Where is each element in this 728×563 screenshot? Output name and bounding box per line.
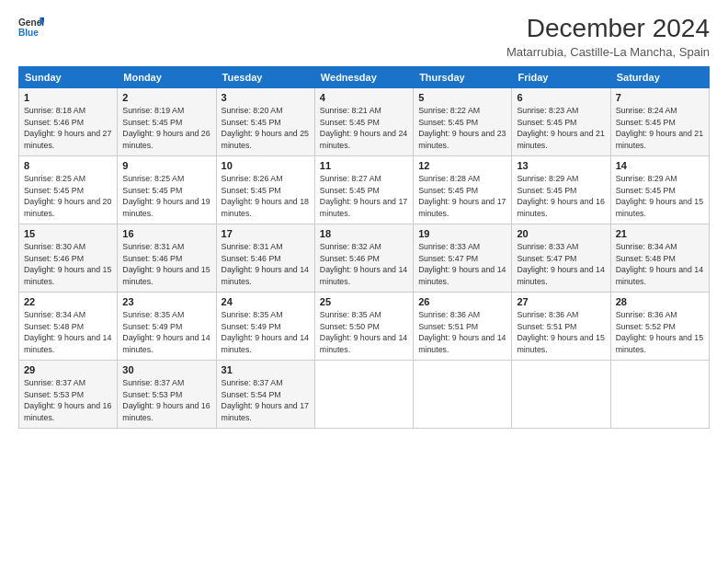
calendar-cell — [414, 360, 512, 428]
calendar-cell: 19Sunrise: 8:33 AMSunset: 5:47 PMDayligh… — [414, 224, 512, 292]
col-wednesday: Wednesday — [314, 66, 413, 87]
calendar-cell: 21Sunrise: 8:34 AMSunset: 5:48 PMDayligh… — [610, 224, 709, 292]
calendar-cell: 27Sunrise: 8:36 AMSunset: 5:51 PMDayligh… — [512, 292, 610, 360]
day-info: Sunrise: 8:37 AMSunset: 5:53 PMDaylight:… — [122, 377, 210, 424]
day-info: Sunrise: 8:33 AMSunset: 5:47 PMDaylight:… — [418, 241, 506, 288]
day-number: 5 — [418, 92, 506, 103]
day-info: Sunrise: 8:29 AMSunset: 5:45 PMDaylight:… — [517, 173, 605, 220]
day-number: 22 — [24, 296, 112, 307]
calendar-week-2: 8Sunrise: 8:25 AMSunset: 5:45 PMDaylight… — [19, 155, 710, 224]
day-number: 20 — [517, 228, 605, 239]
calendar-cell: 13Sunrise: 8:29 AMSunset: 5:45 PMDayligh… — [512, 155, 610, 224]
day-info: Sunrise: 8:35 AMSunset: 5:49 PMDaylight:… — [222, 309, 310, 356]
day-info: Sunrise: 8:19 AMSunset: 5:45 PMDaylight:… — [122, 105, 210, 152]
day-number: 17 — [222, 228, 310, 239]
day-info: Sunrise: 8:22 AMSunset: 5:45 PMDaylight:… — [418, 105, 506, 152]
calendar-cell: 16Sunrise: 8:31 AMSunset: 5:46 PMDayligh… — [118, 224, 216, 292]
day-info: Sunrise: 8:26 AMSunset: 5:45 PMDaylight:… — [222, 173, 310, 220]
day-info: Sunrise: 8:27 AMSunset: 5:45 PMDaylight:… — [320, 173, 408, 220]
calendar-cell: 2Sunrise: 8:19 AMSunset: 5:45 PMDaylight… — [118, 87, 216, 155]
col-monday: Monday — [118, 66, 216, 87]
day-info: Sunrise: 8:24 AMSunset: 5:45 PMDaylight:… — [616, 105, 704, 152]
day-number: 9 — [122, 160, 210, 171]
calendar-cell: 26Sunrise: 8:36 AMSunset: 5:51 PMDayligh… — [414, 292, 512, 360]
calendar-cell: 22Sunrise: 8:34 AMSunset: 5:48 PMDayligh… — [19, 292, 118, 360]
header: General Blue December 2024 Matarrubia, C… — [18, 15, 710, 59]
day-info: Sunrise: 8:29 AMSunset: 5:45 PMDaylight:… — [616, 173, 704, 220]
calendar-cell: 20Sunrise: 8:33 AMSunset: 5:47 PMDayligh… — [512, 224, 610, 292]
calendar-cell: 17Sunrise: 8:31 AMSunset: 5:46 PMDayligh… — [216, 224, 314, 292]
calendar-cell: 7Sunrise: 8:24 AMSunset: 5:45 PMDaylight… — [610, 87, 709, 155]
location: Matarrubia, Castille-La Mancha, Spain — [506, 45, 710, 59]
day-info: Sunrise: 8:34 AMSunset: 5:48 PMDaylight:… — [24, 309, 112, 356]
day-number: 6 — [517, 92, 605, 103]
day-info: Sunrise: 8:36 AMSunset: 5:51 PMDaylight:… — [418, 309, 506, 356]
col-thursday: Thursday — [414, 66, 512, 87]
calendar-week-3: 15Sunrise: 8:30 AMSunset: 5:46 PMDayligh… — [19, 224, 710, 292]
day-number: 8 — [24, 160, 112, 171]
day-info: Sunrise: 8:25 AMSunset: 5:45 PMDaylight:… — [24, 173, 112, 220]
calendar-cell: 31Sunrise: 8:37 AMSunset: 5:54 PMDayligh… — [216, 360, 314, 428]
day-info: Sunrise: 8:18 AMSunset: 5:46 PMDaylight:… — [24, 105, 112, 152]
day-number: 13 — [517, 160, 605, 171]
day-info: Sunrise: 8:30 AMSunset: 5:46 PMDaylight:… — [24, 241, 112, 288]
calendar-cell: 24Sunrise: 8:35 AMSunset: 5:49 PMDayligh… — [216, 292, 314, 360]
day-number: 14 — [616, 160, 704, 171]
day-number: 12 — [418, 160, 506, 171]
day-info: Sunrise: 8:20 AMSunset: 5:45 PMDaylight:… — [222, 105, 310, 152]
calendar-cell: 18Sunrise: 8:32 AMSunset: 5:46 PMDayligh… — [314, 224, 413, 292]
calendar-cell: 6Sunrise: 8:23 AMSunset: 5:45 PMDaylight… — [512, 87, 610, 155]
day-number: 15 — [24, 228, 112, 239]
calendar-cell: 10Sunrise: 8:26 AMSunset: 5:45 PMDayligh… — [216, 155, 314, 224]
logo: General Blue — [18, 15, 44, 40]
day-number: 7 — [616, 92, 704, 103]
calendar-cell: 28Sunrise: 8:36 AMSunset: 5:52 PMDayligh… — [610, 292, 709, 360]
day-number: 1 — [24, 92, 112, 103]
day-info: Sunrise: 8:32 AMSunset: 5:46 PMDaylight:… — [320, 241, 408, 288]
calendar-cell: 11Sunrise: 8:27 AMSunset: 5:45 PMDayligh… — [314, 155, 413, 224]
day-info: Sunrise: 8:21 AMSunset: 5:45 PMDaylight:… — [320, 105, 408, 152]
calendar-week-1: 1Sunrise: 8:18 AMSunset: 5:46 PMDaylight… — [19, 87, 710, 155]
day-number: 26 — [418, 296, 506, 307]
calendar-cell: 23Sunrise: 8:35 AMSunset: 5:49 PMDayligh… — [118, 292, 216, 360]
day-info: Sunrise: 8:23 AMSunset: 5:45 PMDaylight:… — [517, 105, 605, 152]
calendar-cell: 8Sunrise: 8:25 AMSunset: 5:45 PMDaylight… — [19, 155, 118, 224]
calendar-cell — [512, 360, 610, 428]
day-number: 16 — [122, 228, 210, 239]
day-info: Sunrise: 8:37 AMSunset: 5:53 PMDaylight:… — [24, 377, 112, 424]
header-row: Sunday Monday Tuesday Wednesday Thursday… — [19, 66, 710, 87]
day-number: 18 — [320, 228, 408, 239]
day-info: Sunrise: 8:35 AMSunset: 5:49 PMDaylight:… — [122, 309, 210, 356]
calendar-table: Sunday Monday Tuesday Wednesday Thursday… — [18, 66, 710, 429]
calendar-cell: 29Sunrise: 8:37 AMSunset: 5:53 PMDayligh… — [19, 360, 118, 428]
logo-icon: General Blue — [18, 15, 44, 40]
day-number: 24 — [222, 296, 310, 307]
day-number: 28 — [616, 296, 704, 307]
calendar-cell: 14Sunrise: 8:29 AMSunset: 5:45 PMDayligh… — [610, 155, 709, 224]
col-friday: Friday — [512, 66, 610, 87]
calendar-cell: 25Sunrise: 8:35 AMSunset: 5:50 PMDayligh… — [314, 292, 413, 360]
day-info: Sunrise: 8:37 AMSunset: 5:54 PMDaylight:… — [222, 377, 310, 424]
calendar-week-5: 29Sunrise: 8:37 AMSunset: 5:53 PMDayligh… — [19, 360, 710, 428]
day-number: 30 — [122, 364, 210, 375]
col-saturday: Saturday — [610, 66, 709, 87]
day-info: Sunrise: 8:34 AMSunset: 5:48 PMDaylight:… — [616, 241, 704, 288]
day-number: 27 — [517, 296, 605, 307]
day-info: Sunrise: 8:28 AMSunset: 5:45 PMDaylight:… — [418, 173, 506, 220]
calendar-week-4: 22Sunrise: 8:34 AMSunset: 5:48 PMDayligh… — [19, 292, 710, 360]
day-number: 2 — [122, 92, 210, 103]
day-number: 10 — [222, 160, 310, 171]
day-info: Sunrise: 8:36 AMSunset: 5:51 PMDaylight:… — [517, 309, 605, 356]
day-info: Sunrise: 8:35 AMSunset: 5:50 PMDaylight:… — [320, 309, 408, 356]
calendar-cell: 15Sunrise: 8:30 AMSunset: 5:46 PMDayligh… — [19, 224, 118, 292]
col-sunday: Sunday — [19, 66, 118, 87]
day-number: 25 — [320, 296, 408, 307]
calendar-page: General Blue December 2024 Matarrubia, C… — [0, 0, 728, 563]
calendar-cell: 3Sunrise: 8:20 AMSunset: 5:45 PMDaylight… — [216, 87, 314, 155]
day-number: 4 — [320, 92, 408, 103]
day-info: Sunrise: 8:25 AMSunset: 5:45 PMDaylight:… — [122, 173, 210, 220]
day-number: 21 — [616, 228, 704, 239]
day-number: 3 — [222, 92, 310, 103]
col-tuesday: Tuesday — [216, 66, 314, 87]
calendar-cell: 1Sunrise: 8:18 AMSunset: 5:46 PMDaylight… — [19, 87, 118, 155]
